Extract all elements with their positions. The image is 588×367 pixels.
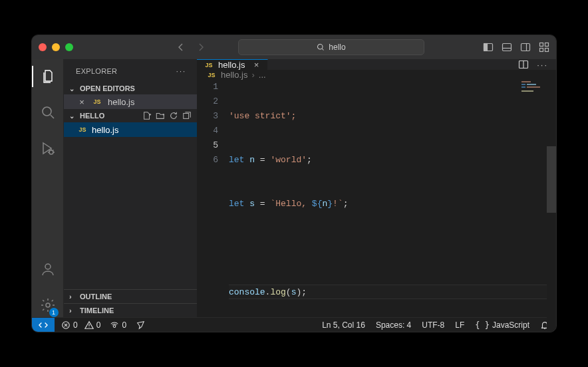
nav-arrows [176,42,206,53]
sidebar-title-row: EXPLORER ··· [64,59,197,82]
chevron-right-icon: › [69,293,77,301]
nav-back-button[interactable] [176,42,186,53]
chevron-right-icon: › [251,70,254,80]
toggle-panel-button[interactable] [502,42,512,53]
activity-search[interactable] [32,100,64,124]
scrollbar-thumb[interactable] [547,146,556,213]
nav-forward-button[interactable] [196,42,206,53]
outline-section-header[interactable]: › OUTLINE [64,289,197,303]
chevron-down-icon: ⌄ [69,112,77,120]
close-window-button[interactable] [39,43,47,51]
minimap[interactable] [521,81,544,93]
minimize-window-button[interactable] [52,43,60,51]
port-count: 0 [122,320,126,330]
svg-point-19 [114,325,116,328]
activity-bar: 1 [32,59,64,317]
activity-explorer[interactable] [32,64,64,88]
editor-tabs: JS hello.js × ··· [197,59,556,70]
search-value: hello [329,43,345,52]
svg-rect-3 [503,44,512,51]
svg-rect-8 [545,43,549,47]
toggle-primary-sidebar-button[interactable] [483,42,494,53]
code-lines: 'use strict'; let n = 'world'; let s = `… [229,80,556,332]
activity-account[interactable] [32,257,64,281]
command-center-search[interactable]: hello [238,39,424,55]
problems-status[interactable]: 0 0 [61,320,100,330]
explorer-sidebar: EXPLORER ··· ⌄ OPEN EDITORS × JS hello.j… [64,59,197,317]
collapse-folders-button[interactable] [182,111,192,120]
svg-point-11 [43,107,51,116]
editor-group: JS hello.js × ··· JS hello.js › ... [197,59,556,317]
javascript-file-icon: JS [77,125,88,134]
warning-count: 0 [96,320,101,330]
zoom-window-button[interactable] [65,43,73,51]
folder-header[interactable]: ⌄ HELLO [64,109,197,122]
svg-rect-2 [484,44,488,51]
chevron-down-icon: ⌄ [69,85,77,92]
breadcrumb-rest: ... [259,70,266,80]
search-icon [317,43,325,51]
vertical-scrollbar[interactable] [547,80,556,332]
chevron-right-icon: › [69,306,77,314]
toggle-secondary-sidebar-button[interactable] [520,42,531,53]
new-file-button[interactable] [142,111,152,120]
editor-more-button[interactable]: ··· [537,60,548,70]
folder-label: HELLO [80,112,104,120]
javascript-file-icon: JS [206,70,217,80]
sidebar-more-button[interactable]: ··· [176,67,186,75]
svg-rect-5 [521,44,530,51]
error-count: 0 [73,320,78,330]
close-editor-button[interactable]: × [77,97,86,107]
line-number-gutter: 1 2 3 4 5 6 [197,80,229,332]
javascript-file-icon: JS [204,61,214,70]
open-editor-item[interactable]: × JS hello.js [64,94,197,109]
file-tree-item[interactable]: JS hello.js [64,122,197,137]
svg-point-0 [318,45,323,50]
open-editors-label: OPEN EDITORS [80,84,135,92]
sidebar-title: EXPLORER [76,67,117,75]
file-tree-filename: hello.js [92,125,118,135]
activity-run-debug[interactable] [32,136,64,160]
code-editor[interactable]: 1 2 3 4 5 6 'use strict'; let n = 'world… [197,80,556,332]
editor-tab[interactable]: JS hello.js × [197,59,268,70]
open-editors-header[interactable]: ⌄ OPEN EDITORS [64,82,197,94]
timeline-section-header[interactable]: › TIMELINE [64,303,197,317]
svg-rect-9 [540,49,543,52]
svg-rect-7 [540,43,543,47]
open-editor-filename: hello.js [108,97,134,107]
settings-badge: 1 [49,308,59,317]
svg-point-13 [45,264,51,269]
ports-status[interactable]: 0 [110,320,126,330]
activity-settings[interactable]: 1 [32,293,64,317]
timeline-label: TIMELINE [80,306,114,314]
outline-label: OUTLINE [80,293,112,301]
remote-indicator[interactable] [32,318,55,332]
traffic-lights [39,43,73,51]
breadcrumb-file: hello.js [221,70,247,80]
close-tab-button[interactable]: × [251,60,261,70]
svg-rect-10 [545,49,549,52]
new-folder-button[interactable] [156,111,165,120]
breadcrumb[interactable]: JS hello.js › ... [197,70,556,80]
svg-point-14 [46,303,50,307]
customize-layout-button[interactable] [539,42,549,53]
feedback-status[interactable] [136,320,145,330]
editor-tab-label: hello.js [218,60,245,70]
refresh-explorer-button[interactable] [169,111,178,120]
vscode-window: hello [31,35,557,332]
svg-rect-15 [184,114,189,119]
titlebar: hello [32,35,556,59]
javascript-file-icon: JS [92,97,102,106]
split-editor-button[interactable] [518,59,529,70]
